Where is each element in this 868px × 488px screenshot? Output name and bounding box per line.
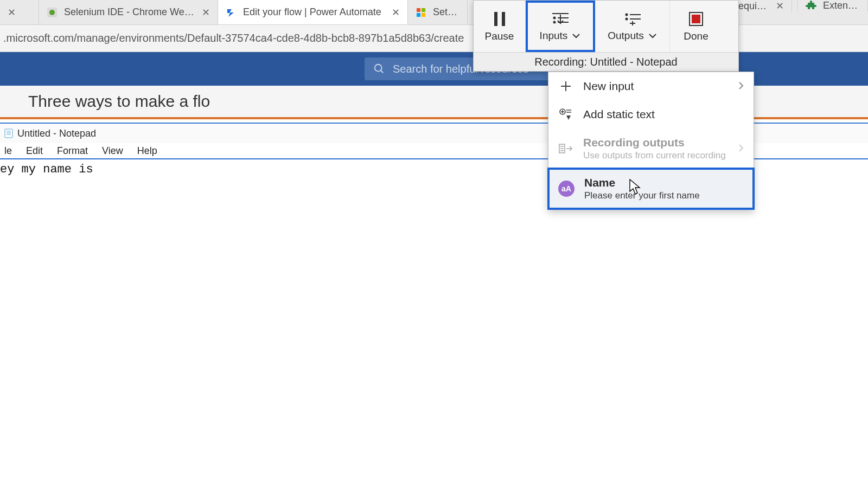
menu-help[interactable]: Help bbox=[137, 145, 157, 157]
address-url: .microsoft.com/manage/environments/Defau… bbox=[3, 32, 464, 44]
extension-favicon-icon bbox=[806, 1, 816, 11]
recording-outputs-icon bbox=[558, 143, 573, 155]
chevron-down-icon bbox=[572, 33, 580, 38]
menu-file[interactable]: le bbox=[4, 145, 12, 157]
done-label: Done bbox=[684, 30, 708, 42]
mouse-cursor-icon bbox=[629, 179, 641, 195]
browser-tab[interactable]: Selenium IDE - Chrome Web Stor ✕ bbox=[39, 0, 218, 24]
svg-rect-5 bbox=[422, 13, 425, 17]
outputs-icon bbox=[623, 11, 642, 27]
menu-item-add-static-text[interactable]: Add static text bbox=[548, 100, 754, 129]
pause-label: Pause bbox=[485, 30, 514, 42]
tab-title: Edit your flow | Power Automate bbox=[243, 7, 385, 18]
menu-item-recording-outputs: Recording outputs Use outputs from curre… bbox=[548, 129, 754, 169]
menu-view[interactable]: View bbox=[102, 145, 123, 157]
outputs-label: Outputs bbox=[608, 30, 644, 42]
tab-title: Extensions bbox=[823, 0, 860, 11]
svg-point-19 bbox=[626, 14, 627, 15]
svg-rect-2 bbox=[417, 8, 420, 12]
chevron-right-icon bbox=[738, 80, 744, 93]
notepad-app-icon bbox=[4, 129, 13, 138]
chevron-right-icon bbox=[738, 142, 744, 155]
menu-item-label: New input bbox=[583, 80, 729, 93]
notepad-title: Untitled - Notepad bbox=[17, 128, 96, 139]
close-icon[interactable]: ✕ bbox=[392, 7, 400, 18]
chevron-down-icon bbox=[648, 33, 657, 38]
svg-rect-3 bbox=[422, 8, 425, 12]
menu-format[interactable]: Format bbox=[57, 145, 88, 157]
svg-rect-13 bbox=[502, 12, 505, 26]
page-headline: Three ways to make a flo bbox=[28, 92, 210, 111]
svg-point-6 bbox=[375, 65, 382, 72]
power-automate-favicon-icon bbox=[226, 7, 237, 18]
menu-item-new-input[interactable]: New input bbox=[548, 72, 754, 100]
svg-rect-4 bbox=[417, 13, 420, 17]
menu-item-label: Recording outputs bbox=[583, 136, 729, 149]
microsoft-favicon-icon bbox=[416, 7, 426, 18]
search-icon bbox=[373, 63, 385, 75]
browser-tab[interactable]: Extensions bbox=[797, 0, 868, 11]
recording-toolbar: Pause Inputs Outputs Done Recording: Unt… bbox=[473, 0, 739, 72]
inputs-dropdown: New input Add static text Recording outp… bbox=[548, 72, 754, 209]
svg-rect-26 bbox=[692, 15, 700, 23]
menu-item-sublabel: Use outputs from current recording bbox=[583, 150, 729, 161]
recording-status: Recording: Untitled - Notepad bbox=[474, 53, 738, 71]
tab-title: Selenium IDE - Chrome Web Stor bbox=[64, 7, 195, 18]
svg-point-15 bbox=[553, 17, 555, 18]
inputs-icon bbox=[551, 11, 570, 27]
svg-point-21 bbox=[626, 18, 627, 20]
menu-item-name-input[interactable]: aA Name Please enter your first name bbox=[548, 169, 754, 209]
plus-icon bbox=[558, 80, 573, 92]
menu-item-label: Add static text bbox=[583, 108, 744, 121]
tab-title: Set up bbox=[433, 7, 459, 18]
svg-rect-12 bbox=[494, 12, 497, 26]
close-icon[interactable]: ✕ bbox=[202, 7, 210, 18]
selenium-favicon-icon bbox=[47, 7, 58, 18]
menu-edit[interactable]: Edit bbox=[26, 145, 43, 157]
done-button[interactable]: Done bbox=[670, 1, 722, 52]
inputs-button[interactable]: Inputs bbox=[526, 1, 595, 52]
text-input-type-icon: aA bbox=[558, 181, 575, 197]
static-text-icon bbox=[558, 108, 573, 120]
pause-icon bbox=[492, 11, 507, 27]
svg-line-7 bbox=[381, 70, 384, 73]
close-icon[interactable]: ✕ bbox=[8, 7, 16, 18]
outputs-button[interactable]: Outputs bbox=[595, 1, 670, 52]
browser-tab-active[interactable]: Edit your flow | Power Automate ✕ bbox=[218, 0, 408, 24]
menu-item-label: Name bbox=[584, 176, 744, 189]
svg-rect-8 bbox=[5, 129, 12, 138]
tab-title: requiren bbox=[735, 1, 769, 12]
browser-tab[interactable]: ✕ bbox=[0, 0, 39, 24]
svg-point-17 bbox=[553, 21, 555, 23]
pause-button[interactable]: Pause bbox=[474, 1, 526, 52]
close-icon[interactable]: ✕ bbox=[776, 0, 784, 12]
browser-tab[interactable]: Set up bbox=[408, 0, 468, 24]
stop-icon bbox=[688, 11, 704, 27]
inputs-label: Inputs bbox=[540, 30, 568, 42]
svg-point-1 bbox=[49, 10, 55, 15]
menu-item-sublabel: Please enter your first name bbox=[584, 190, 744, 201]
